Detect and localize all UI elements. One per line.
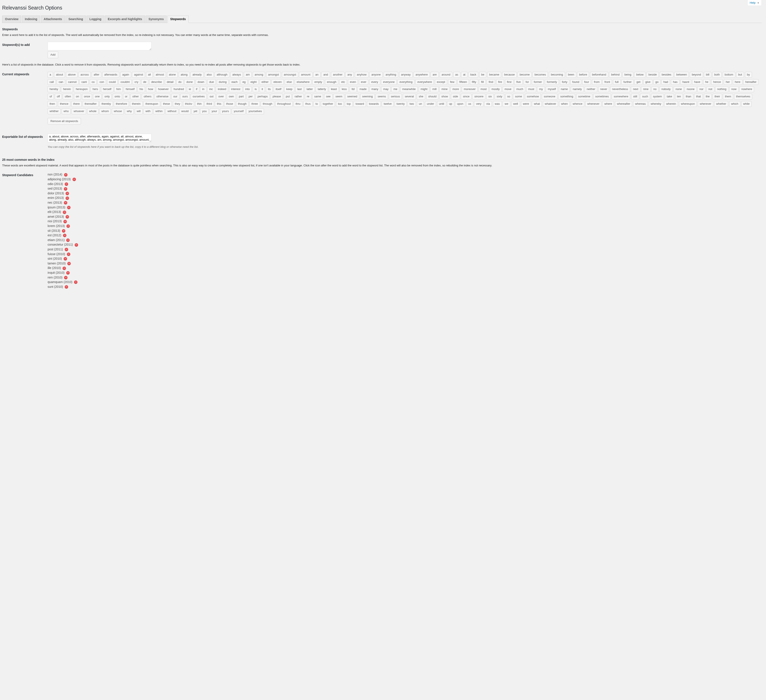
stopword-chip[interactable]: whose: [112, 108, 124, 114]
stopword-chip[interactable]: last: [295, 86, 304, 92]
remove-icon[interactable]: −: [63, 211, 66, 214]
stopword-chip[interactable]: the: [704, 94, 712, 100]
stopword-chip[interactable]: that: [694, 94, 703, 100]
stopword-chip[interactable]: where: [602, 101, 614, 107]
stopword-chip[interactable]: some: [513, 94, 524, 100]
stopword-chip[interactable]: yourselves: [247, 108, 264, 114]
remove-icon[interactable]: −: [66, 196, 69, 200]
stopword-chip[interactable]: put: [284, 94, 292, 100]
stopword-chip[interactable]: its: [266, 86, 273, 92]
stopword-chip[interactable]: thin: [195, 101, 204, 107]
stopword-chip[interactable]: mine: [440, 86, 449, 92]
stopword-chip[interactable]: others: [142, 94, 154, 100]
stopword-chip[interactable]: sixty: [495, 94, 504, 100]
stopword-chip[interactable]: often: [63, 94, 73, 100]
stopword-chip[interactable]: however: [156, 86, 171, 92]
stopword-chip[interactable]: five: [514, 79, 522, 85]
stopword-chip[interactable]: thereafter: [83, 101, 99, 107]
stopword-chip[interactable]: him: [114, 86, 123, 92]
add-stopword-textarea[interactable]: [47, 42, 152, 51]
stopword-chip[interactable]: first: [505, 79, 513, 85]
stopword-chip[interactable]: fifty: [470, 79, 478, 85]
stopword-chip[interactable]: indeed: [216, 86, 228, 92]
stopword-chip[interactable]: yourself: [232, 108, 245, 114]
stopword-chip[interactable]: himself: [124, 86, 136, 92]
stopword-chip[interactable]: not: [706, 86, 714, 92]
stopword-chip[interactable]: found: [570, 79, 581, 85]
stopword-chip[interactable]: nine: [641, 86, 650, 92]
stopword-chip[interactable]: back: [468, 72, 478, 78]
stopword-chip[interactable]: among: [253, 72, 265, 78]
remove-icon[interactable]: −: [63, 266, 66, 270]
stopword-chip[interactable]: yours: [220, 108, 231, 114]
remove-icon[interactable]: −: [66, 224, 70, 228]
stopword-chip[interactable]: am: [244, 72, 252, 78]
stopword-chip[interactable]: nobody: [660, 86, 673, 92]
stopword-chip[interactable]: show: [440, 94, 450, 100]
add-button[interactable]: Add: [47, 52, 58, 58]
stopword-chip[interactable]: under: [425, 101, 436, 107]
stopword-chip[interactable]: former: [532, 79, 544, 85]
remove-icon[interactable]: −: [63, 220, 67, 223]
stopword-chip[interactable]: most: [479, 86, 489, 92]
stopword-chip[interactable]: more: [451, 86, 461, 92]
stopword-chip[interactable]: two: [408, 101, 416, 107]
stopword-chip[interactable]: this: [215, 101, 223, 107]
stopword-chip[interactable]: towards: [367, 101, 381, 107]
remove-icon[interactable]: −: [74, 243, 78, 247]
stopword-chip[interactable]: twenty: [395, 101, 407, 107]
stopword-chip[interactable]: up: [447, 101, 454, 107]
tab-overview[interactable]: Overview: [2, 16, 21, 23]
stopword-chip[interactable]: perhaps: [256, 94, 270, 100]
remove-all-button[interactable]: Remove all stopwords: [47, 118, 81, 125]
stopword-chip[interactable]: mill: [430, 86, 438, 92]
stopword-chip[interactable]: even: [348, 79, 358, 85]
stopword-chip[interactable]: could: [107, 79, 118, 85]
tab-indexing[interactable]: Indexing: [22, 16, 40, 23]
stopword-chip[interactable]: etc: [339, 79, 347, 85]
stopword-chip[interactable]: been: [566, 72, 576, 78]
stopword-chip[interactable]: his: [138, 86, 145, 92]
stopword-chip[interactable]: eleven: [272, 79, 284, 85]
stopword-chip[interactable]: six: [486, 94, 494, 100]
stopword-chip[interactable]: since: [461, 94, 471, 100]
stopword-chip[interactable]: she: [417, 94, 425, 100]
remove-icon[interactable]: −: [67, 252, 70, 256]
stopword-chip[interactable]: empty: [312, 79, 324, 85]
tab-logging[interactable]: Logging: [87, 16, 104, 23]
stopword-chip[interactable]: it: [260, 86, 265, 92]
stopword-chip[interactable]: thereupon: [144, 101, 160, 107]
stopword-chip[interactable]: every: [369, 79, 380, 85]
stopword-chip[interactable]: forty: [560, 79, 569, 85]
tab-attachments[interactable]: Attachments: [41, 16, 65, 23]
stopword-chip[interactable]: less: [340, 86, 348, 92]
remove-icon[interactable]: −: [66, 215, 69, 219]
stopword-chip[interactable]: anything: [384, 72, 398, 78]
stopword-chip[interactable]: latter: [305, 86, 315, 92]
stopword-chip[interactable]: anywhere: [413, 72, 429, 78]
stopword-chip[interactable]: who: [62, 108, 71, 114]
stopword-chip[interactable]: too: [336, 101, 344, 107]
stopword-chip[interactable]: upon: [455, 101, 465, 107]
stopword-chip[interactable]: anyone: [369, 72, 383, 78]
stopword-chip[interactable]: call: [47, 79, 56, 85]
stopword-chip[interactable]: detail: [165, 79, 176, 85]
stopword-chip[interactable]: get: [635, 79, 642, 85]
stopword-chip[interactable]: beside: [647, 72, 659, 78]
stopword-chip[interactable]: somehow: [525, 94, 541, 100]
stopword-chip[interactable]: couldnt: [119, 79, 131, 85]
stopword-chip[interactable]: both: [712, 72, 722, 78]
stopword-chip[interactable]: during: [217, 79, 228, 85]
stopword-chip[interactable]: name: [559, 86, 570, 92]
stopword-chip[interactable]: otherwise: [155, 94, 171, 100]
stopword-chip[interactable]: become: [518, 72, 532, 78]
stopword-chip[interactable]: those: [224, 101, 235, 107]
stopword-chip[interactable]: meanwhile: [400, 86, 418, 92]
stopword-chip[interactable]: seem: [334, 94, 344, 100]
stopword-chip[interactable]: on: [74, 94, 81, 100]
stopword-chip[interactable]: latterly: [316, 86, 328, 92]
stopword-chip[interactable]: through: [261, 101, 274, 107]
stopword-chip[interactable]: when: [559, 101, 570, 107]
stopword-chip[interactable]: if: [194, 86, 199, 92]
stopword-chip[interactable]: please: [271, 94, 283, 100]
